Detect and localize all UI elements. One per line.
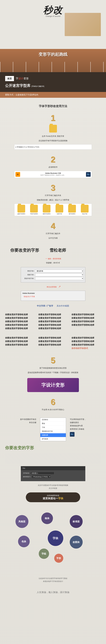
logo-badge: 迷宫 — [5, 76, 14, 81]
step-number: 5 — [8, 356, 98, 365]
bubble-image-block: 改图块 — [70, 536, 83, 548]
export-dialog: 导出 文件名(N): 保存类型(T):Photoshop (*.PSD) — [21, 466, 85, 481]
software-screenshot: Ai Adobe Illustrator CS6 软件下载包在文件内（包括Ps … — [14, 171, 92, 178]
menu-item[interactable]: 字体 — [40, 426, 66, 430]
path-text: ▸ 本地磁盘 (C:) ▸ Windows ▸ Fonts — [16, 146, 39, 148]
promo-title: 字设计变形 — [31, 382, 75, 388]
folder-icon[interactable] — [68, 205, 76, 212]
section-title-usage: 字体字形秒改使用方法 — [0, 104, 106, 108]
filename-label: 文件名(N): — [23, 472, 30, 474]
track-lines — [0, 62, 106, 72]
bubble-color-block: 色块 — [18, 536, 30, 547]
folder-icon[interactable] — [56, 205, 63, 212]
sample-item: 你要改变的字形秒松老师 — [5, 327, 35, 330]
sample-item: 你要改变的字形秒松老师 — [38, 340, 68, 343]
track-title: 变形字的起跑线 — [0, 52, 106, 57]
sample-item: 你要改变的字形秒松老师 — [38, 324, 68, 326]
outline-preview — [5, 453, 101, 464]
sys-label: 系统中的字体: — [23, 278, 34, 280]
filetype-select[interactable]: Photoshop (*.PSD) — [32, 475, 51, 478]
bubble-standard-face: 标准面 — [70, 515, 83, 528]
step5-line1: 接下来就是根据你的想法加以变形 — [8, 366, 98, 370]
step-6: 6 不会用 Ai 的小伙伴不用担心 — [8, 397, 98, 411]
sample-item: 你要改变的字形秒松老师 — [5, 336, 35, 339]
sample-item: 你要改变的字形秒松老师 — [5, 313, 35, 316]
sample-item: 你要改变的字形秒松老师 — [5, 320, 35, 323]
sample-item: 你要改变的字形秒松老师 — [38, 336, 68, 339]
sample-item: 你要改变的字形秒松老师 — [38, 327, 68, 330]
menu-item[interactable]: 拼写检查 — [40, 437, 66, 441]
bubble-center: 字块 — [48, 530, 63, 546]
promo-card: 字设计变形 — [27, 378, 79, 392]
menu-item[interactable]: 替换最近的字体 — [40, 430, 66, 433]
filetype-label: 保存类型(T): — [23, 476, 31, 478]
folder-icon[interactable] — [81, 205, 88, 212]
bubble-glyph: 字形 — [54, 554, 63, 563]
sample-item: 你要改变的字形秒松老师 — [38, 320, 68, 323]
hero-section: 秒改 Change of second — [0, 0, 106, 49]
menu-item[interactable]: 还原移动 — [40, 418, 66, 422]
context-menu: 还原移动 重做 字体 替换最近的字体 创建轮廓 拼写检查 — [40, 418, 66, 441]
step-number: 6 — [8, 397, 98, 407]
step3-line1: 打开字体汇编文件夹 — [8, 194, 98, 197]
instruction-left: 选中你想要的字体后 单击右键 — [5, 418, 36, 424]
step-number: 3 — [8, 183, 98, 192]
ps-icon: Ps — [70, 432, 74, 437]
alert-title: Adobe Illustrator — [23, 292, 84, 294]
folder-icon[interactable] — [18, 205, 25, 212]
find-label: 查找字体: — [23, 270, 34, 272]
footer-note-2: 以此来作为方法迷宫字体库的学习基础 来更好地学习字体变形设计 — [10, 577, 96, 583]
replace-label: 替换字体: — [23, 274, 34, 276]
ai-icon: Ai — [16, 172, 20, 177]
menu-item-outline[interactable]: 创建轮廓 — [40, 433, 66, 437]
alert-dialog: Adobe Illustrator 秒改251个字体 — [21, 291, 85, 301]
step-number: 4 — [8, 221, 98, 231]
step-number: 1 — [8, 113, 98, 123]
find-select[interactable]: 查找所有 — [35, 270, 84, 272]
sample-text-big: 你要改变的字形 — [10, 248, 39, 253]
samples-head-right: 其余作本截图 — [57, 305, 69, 307]
sample-item: 你要改变的字形秒松老师 — [38, 313, 68, 316]
bubble-diagram: 风格面 格块 标准面 色块 字块 改图块 字组 字形 — [5, 507, 101, 572]
find-replace-dialog: 查找字体:查找所有 替换字体: 系统中的字体: — [21, 267, 85, 282]
sys-select[interactable] — [35, 277, 84, 280]
bubble-grid-block: 格块 — [41, 512, 53, 524]
banner-main-text: 公开迷宫字型库 [字体包+汇编文件] — [5, 83, 101, 88]
sample-outline-text: 你要改变的字形 — [5, 445, 101, 451]
sample-item: 你要改变的字形秒松老师 — [5, 324, 35, 326]
alert-message: 秒改251个字体 — [24, 296, 82, 298]
menu-item[interactable]: 重做 — [40, 422, 66, 426]
replace-select[interactable] — [35, 273, 84, 276]
sample-item: 你要改变的字形秒松老师 — [5, 317, 35, 320]
sample-item-highlighted: 保存你的字体形式 — [71, 347, 101, 350]
footer-note-1: 此后不清楚操作手法请参考详细使用视频 及文本链接 — [10, 484, 96, 490]
font-samples-grid-1: 你要改变的字形秒松老师 你要改变的字形秒松老师 你要改变的字形秒松老师 你要改变… — [5, 312, 101, 331]
step1-line1: 合并 Fonts/文件夹 系统字库 — [8, 134, 98, 138]
step1-line2: 后过前的字体不用装除可以直接替换 — [8, 139, 98, 142]
main-banner: 迷宫 字设计变形 公开迷宫字型库 [字体包+汇编文件] — [0, 72, 106, 92]
banner-tag: 字设计变形 — [16, 77, 29, 80]
step-5: 5 接下来就是根据你的想法加以变形 是知还是推荐你看本栏目的第 7 节视频《字形… — [8, 356, 98, 392]
sample-item: 你要改变的字形秒松老师 — [38, 344, 68, 346]
sample-item: 你要改变的字形秒松老师 — [71, 336, 101, 339]
replace-all-hint: 单击全部替换 — [47, 286, 57, 288]
app-note: 软件下载包在文件内（包括Ps cs6） — [21, 174, 85, 176]
shortcut-hint: 快捷键：Alt+E+E — [0, 261, 106, 264]
sample-item: 你要改变的字形秒松老师 — [5, 340, 35, 343]
folder-icon[interactable] — [30, 205, 38, 212]
sample-item: 你要改变的字形秒松老师 — [5, 344, 35, 346]
track-banner: 变形字的起跑线 — [0, 49, 106, 72]
arrow-icon: ↗ — [58, 285, 61, 288]
step4-line2: 以中文为例 — [8, 236, 98, 240]
edit-hint: → 编辑→查找和替换 — [1, 257, 105, 260]
folder-icon — [49, 125, 57, 132]
ps-icon: Ps — [86, 172, 91, 177]
filename-input[interactable] — [31, 472, 54, 474]
diagram-header: 总还你能看到的是 迷宫块面论一字块 — [26, 492, 80, 502]
sample-item: 你要改变的字形秒松老师 — [71, 324, 101, 326]
step4-line1: 打开字体汇编文件 — [8, 232, 98, 235]
sample-item: 你要改变的字形秒松老师 — [71, 344, 101, 346]
app-name: Adobe Illustrator CS6 — [21, 172, 85, 174]
folder-icon[interactable] — [43, 205, 50, 212]
step-2: 2 必须特软件 Ai Adobe Illustrator CS6 软件下载包在文… — [8, 155, 98, 178]
